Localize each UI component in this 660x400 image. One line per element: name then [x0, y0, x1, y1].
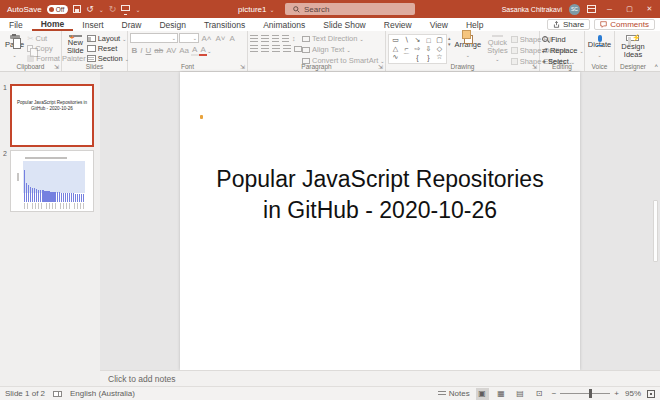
- zoom-slider-thumb[interactable]: [589, 389, 592, 398]
- slide1-thumbnail[interactable]: Popular JavaScript Repositories in GitHu…: [10, 84, 94, 147]
- notes-pane[interactable]: Click to add notes: [100, 370, 660, 386]
- clipboard-dialog-launcher[interactable]: ⇲: [54, 63, 59, 70]
- shape-glyph-icon[interactable]: ◇: [434, 45, 445, 53]
- ribbon-display-options-icon[interactable]: [587, 5, 596, 13]
- zoom-slider[interactable]: [560, 393, 610, 394]
- tab-design[interactable]: Design: [150, 18, 194, 31]
- section-button[interactable]: Section⌄: [87, 54, 129, 63]
- shape-glyph-icon[interactable]: ↘: [412, 36, 423, 44]
- zoom-out-button[interactable]: −: [552, 389, 557, 398]
- zoom-in-button[interactable]: +: [614, 389, 619, 398]
- tab-transitions[interactable]: Transitions: [195, 18, 254, 31]
- slide-title-textbox[interactable]: Popular JavaScript Repositories in GitHu…: [180, 164, 580, 226]
- find-button[interactable]: Find: [542, 35, 584, 44]
- tab-animations[interactable]: Animations: [254, 18, 314, 31]
- collapse-ribbon-icon[interactable]: ˄: [654, 63, 658, 69]
- shape-glyph-icon[interactable]: ⌒: [401, 53, 412, 61]
- reading-view-button[interactable]: ▤: [514, 388, 527, 400]
- character-spacing-button[interactable]: AV: [165, 46, 178, 55]
- undo-dropdown-icon[interactable]: ⌄: [99, 6, 104, 13]
- search-input[interactable]: Search: [285, 3, 415, 15]
- shape-glyph-icon[interactable]: □: [423, 36, 434, 44]
- font-color-button[interactable]: A: [199, 45, 207, 56]
- language-status[interactable]: English (Australia): [70, 389, 135, 398]
- scrollbar-thumb[interactable]: [653, 200, 658, 262]
- underline-button[interactable]: U: [144, 46, 153, 55]
- maximize-icon[interactable]: ▢: [623, 0, 636, 18]
- bullets-icon[interactable]: [250, 35, 258, 42]
- align-left-icon[interactable]: [250, 45, 258, 52]
- layout-button[interactable]: Layout⌄: [87, 34, 129, 43]
- highlight-button[interactable]: A: [191, 45, 199, 56]
- document-title[interactable]: picture1 ⌄: [238, 0, 275, 18]
- tab-review[interactable]: Review: [375, 18, 421, 31]
- shapes-gallery[interactable]: ▭∖↘□▢△⌐⇨⇩◇∿⌒{}☆: [388, 34, 447, 64]
- shape-glyph-icon[interactable]: ∖: [401, 36, 412, 44]
- reset-button[interactable]: Reset: [87, 44, 129, 53]
- decrease-font-button[interactable]: A˅: [214, 34, 227, 43]
- arrange-button[interactable]: Arrange ⌄: [452, 33, 485, 61]
- dictate-button[interactable]: Dictate ⌄: [585, 33, 614, 61]
- accessibility-icon[interactable]: [53, 391, 62, 397]
- notes-toggle-button[interactable]: Notes: [438, 389, 470, 398]
- slide-editor[interactable]: Popular JavaScript Repositories in GitHu…: [180, 72, 580, 370]
- tab-insert[interactable]: Insert: [73, 18, 112, 31]
- paste-button[interactable]: Paste ⌄: [2, 33, 27, 61]
- slideshow-button[interactable]: ⊡: [533, 388, 546, 400]
- align-center-icon[interactable]: [261, 45, 269, 52]
- shapes-scroll-down-icon[interactable]: ▾: [448, 41, 451, 47]
- shape-glyph-icon[interactable]: {: [412, 53, 423, 61]
- tab-home[interactable]: Home: [32, 18, 74, 31]
- tab-slide-show[interactable]: Slide Show: [314, 18, 375, 31]
- shape-glyph-icon[interactable]: ∿: [390, 53, 401, 61]
- shape-glyph-icon[interactable]: △: [390, 45, 401, 53]
- slide-sorter-button[interactable]: ▦: [495, 388, 508, 400]
- drawing-dialog-launcher[interactable]: ⇲: [532, 63, 537, 70]
- numbering-icon[interactable]: [261, 35, 269, 42]
- fit-slide-to-window-icon[interactable]: [647, 390, 655, 398]
- share-button[interactable]: Share: [547, 19, 590, 30]
- shape-fill-icon: [511, 36, 518, 43]
- tab-file[interactable]: File: [0, 18, 32, 31]
- tab-view[interactable]: View: [421, 18, 457, 31]
- shape-glyph-icon[interactable]: ▭: [390, 36, 401, 44]
- increase-indent-icon[interactable]: [282, 35, 289, 42]
- clear-formatting-button[interactable]: A: [228, 34, 236, 43]
- ribbon: Paste ⌄ ✂Cut Copy Format Painter Clipboa…: [0, 31, 660, 72]
- tab-draw[interactable]: Draw: [113, 18, 151, 31]
- font-dialog-launcher[interactable]: ⇲: [240, 63, 245, 70]
- normal-view-button[interactable]: ▣: [476, 388, 489, 400]
- new-slide-button[interactable]: NewSlide ⌄: [64, 33, 87, 61]
- columns-icon[interactable]: [294, 46, 302, 52]
- touch-mouse-mode-icon[interactable]: [121, 5, 130, 11]
- save-icon[interactable]: [73, 5, 81, 13]
- design-ideas-button[interactable]: DesignIdeas: [618, 33, 647, 61]
- align-right-icon[interactable]: [272, 45, 280, 52]
- increase-font-button[interactable]: A˄: [200, 34, 213, 43]
- strikethrough-button[interactable]: ab: [153, 46, 165, 55]
- comments-button[interactable]: Comments: [594, 19, 655, 30]
- shape-glyph-icon[interactable]: ⇩: [423, 45, 434, 53]
- paragraph-dialog-launcher[interactable]: ⇲: [378, 63, 383, 70]
- bold-button[interactable]: B: [130, 46, 139, 55]
- decrease-indent-icon[interactable]: [272, 35, 279, 42]
- shape-glyph-icon[interactable]: }: [423, 53, 434, 61]
- replace-button[interactable]: ⇄Replace⌄: [542, 46, 584, 55]
- undo-icon[interactable]: ↺: [86, 5, 94, 14]
- shape-glyph-icon[interactable]: ▢: [434, 36, 445, 44]
- quick-access-overflow-icon[interactable]: ⌄: [135, 6, 140, 13]
- font-name-combo[interactable]: ⌄: [130, 33, 178, 43]
- change-case-button[interactable]: Aa: [178, 46, 191, 55]
- vertical-scrollbar[interactable]: [653, 72, 659, 370]
- autosave-toggle[interactable]: Off: [47, 5, 69, 14]
- shape-glyph-icon[interactable]: ⇨: [412, 45, 423, 53]
- shape-glyph-icon[interactable]: ☆: [434, 53, 445, 61]
- justify-icon[interactable]: [283, 45, 291, 52]
- font-size-combo[interactable]: ⌄: [179, 33, 199, 43]
- avatar[interactable]: SC: [569, 4, 580, 15]
- close-icon[interactable]: ✕: [643, 0, 656, 18]
- zoom-level[interactable]: 95%: [625, 389, 641, 398]
- slide2-thumbnail[interactable]: [10, 150, 94, 212]
- minimize-icon[interactable]: ─: [603, 0, 616, 18]
- line-spacing-icon[interactable]: ↕: [292, 35, 296, 42]
